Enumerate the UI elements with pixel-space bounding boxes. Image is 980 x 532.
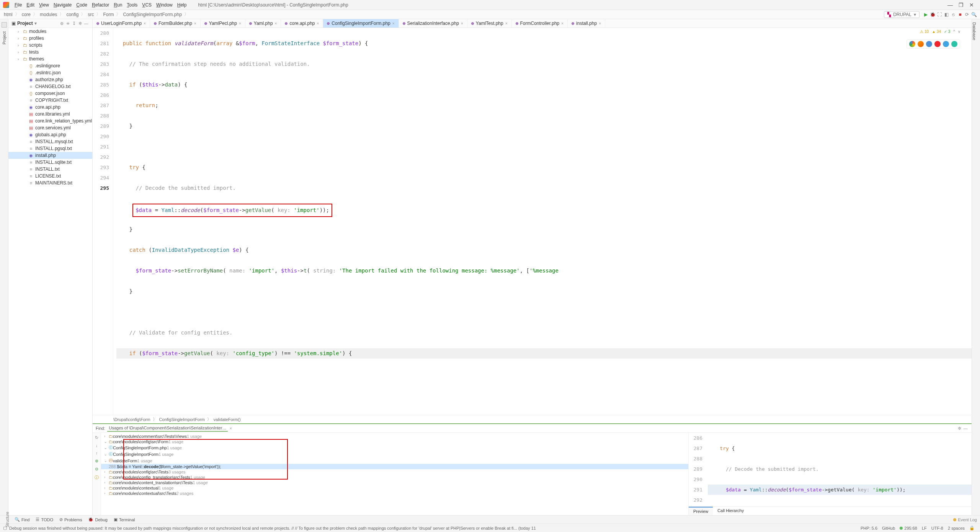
breadcrumb[interactable]: modules xyxy=(39,12,58,17)
close-button[interactable]: ✕ xyxy=(966,2,977,8)
file-node[interactable]: ◉authorize.php xyxy=(8,76,92,83)
attach-icon[interactable]: ⎋ xyxy=(950,12,956,17)
update-icon[interactable]: ⟳ xyxy=(964,12,970,17)
expand-all-icon[interactable]: ⊕ xyxy=(95,459,98,463)
find-settings-icon[interactable]: ✲ xyxy=(956,426,962,431)
file-node[interactable]: ≡CHANGELOG.txt xyxy=(8,83,92,90)
breadcrumb[interactable]: core xyxy=(21,12,31,17)
preview-tab[interactable]: Preview xyxy=(689,507,713,515)
stop-icon[interactable]: ■ xyxy=(957,12,963,17)
breadcrumb[interactable]: Form xyxy=(102,12,114,17)
locate-icon[interactable]: ⊚ xyxy=(59,21,65,26)
project-view-selector[interactable]: Project xyxy=(17,21,33,26)
editor-tab[interactable]: ConfigSingleImportForm.php× xyxy=(323,19,399,28)
file-node[interactable]: ≡INSTALL.sqlite.txt xyxy=(8,159,92,166)
file-node[interactable]: {}composer.json xyxy=(8,90,92,97)
editor-tab[interactable]: UserLoginForm.php× xyxy=(93,19,150,28)
file-node[interactable]: ▤core.libraries.yml xyxy=(8,111,92,117)
file-node[interactable]: ≡MAINTAINERS.txt xyxy=(8,180,92,186)
database-tool-tab[interactable]: Database xyxy=(972,19,977,40)
info-icon[interactable]: ⓘ xyxy=(95,475,99,480)
menu-tools[interactable]: Tools xyxy=(124,2,140,8)
maximize-button[interactable]: ❐ xyxy=(956,2,966,8)
find-tab[interactable]: Usages of \Drupal\Component\Serializatio… xyxy=(107,425,228,432)
menu-run[interactable]: Run xyxy=(111,2,124,8)
breadcrumb[interactable]: ConfigSingleImportForm.php xyxy=(122,12,182,17)
profile-icon[interactable]: ◧ xyxy=(943,12,949,17)
breadcrumb[interactable]: src xyxy=(87,12,95,17)
file-node[interactable]: {}.eslintignore xyxy=(8,62,92,69)
debug-icon[interactable]: 🐞 xyxy=(929,12,936,17)
github-widget[interactable]: GitHub xyxy=(880,526,897,530)
menu-window[interactable]: Window xyxy=(154,2,175,8)
settings-icon[interactable]: ✲ xyxy=(77,21,83,26)
todo-tool-tab[interactable]: ☰ TODO xyxy=(33,517,56,522)
file-node[interactable]: ▤core.link_relation_types.yml xyxy=(8,117,92,124)
project-tool-tab[interactable]: Project xyxy=(2,31,7,44)
file-node[interactable]: {}.eslintrc.json xyxy=(8,69,92,76)
indent[interactable]: 2 spaces xyxy=(946,526,967,530)
terminal-tool-tab[interactable]: ▣ Terminal xyxy=(111,517,138,522)
folder-node[interactable]: ›🗀tests xyxy=(8,49,92,55)
menu-navigate[interactable]: Navigate xyxy=(51,2,74,8)
folder-node[interactable]: ›🗀themes xyxy=(8,55,92,62)
inspection-badges[interactable]: ⚠ 10 ▲ 34 ✓ 3 ^v xyxy=(920,29,960,34)
run-icon[interactable]: ▶ xyxy=(923,12,929,17)
file-node[interactable]: ≡COPYRIGHT.txt xyxy=(8,97,92,104)
breadcrumb[interactable]: config xyxy=(65,12,79,17)
code-crumbs[interactable]: \Drupal\config\Form〉 ConfigSingleImportF… xyxy=(93,415,972,423)
editor-tab[interactable]: FormController.php× xyxy=(512,19,568,28)
problems-tool-tab[interactable]: ⊘ Problems xyxy=(56,517,85,522)
menu-vcs[interactable]: VCS xyxy=(140,2,154,8)
prev-icon[interactable]: ↑ xyxy=(96,451,98,455)
editor-tab[interactable]: Yaml.php× xyxy=(245,19,281,28)
find-tab-close[interactable]: × xyxy=(229,426,232,431)
file-node[interactable]: ◉globals.api.php xyxy=(8,131,92,138)
folder-node[interactable]: ›🗀modules xyxy=(8,28,92,35)
breadcrumb[interactable]: html xyxy=(3,12,13,17)
collapse-all-icon[interactable]: ⊖ xyxy=(95,467,98,472)
menu-code[interactable]: Code xyxy=(74,2,90,8)
editor[interactable]: ⚠ 10 ▲ 34 ✓ 3 ^v 28028128228328428528628… xyxy=(93,28,972,415)
find-hide-icon[interactable]: — xyxy=(962,426,969,431)
expand-icon[interactable]: ≑ xyxy=(65,21,71,26)
menu-file[interactable]: File xyxy=(12,2,24,8)
menu-view[interactable]: View xyxy=(37,2,51,8)
line-sep[interactable]: LF xyxy=(920,526,929,530)
php-version[interactable]: PHP: 5.6 xyxy=(858,526,880,530)
editor-tab[interactable]: install.php× xyxy=(568,19,605,28)
find-result-node[interactable]: ›🗀 core\modules\comment\src\Tests\Views … xyxy=(101,434,688,439)
menu-refactor[interactable]: Refactor xyxy=(90,2,111,8)
file-node[interactable]: ≡INSTALL.pgsql.txt xyxy=(8,145,92,152)
file-node[interactable]: ≡LICENSE.txt xyxy=(8,173,92,180)
coverage-icon[interactable]: ⛶ xyxy=(936,12,942,17)
run-config-selector[interactable]: ▚ DRUPAL ▾ xyxy=(884,11,920,18)
menu-edit[interactable]: Edit xyxy=(24,2,37,8)
event-log-button[interactable]: Event Log xyxy=(953,517,977,522)
folder-node[interactable]: ›🗀profiles xyxy=(8,35,92,42)
find-results-tree[interactable]: ›🗀 core\modules\comment\src\Tests\Views … xyxy=(101,433,688,515)
find-tool-tab[interactable]: 🔍 Find xyxy=(11,517,33,522)
editor-tab[interactable]: SerializationInterface.php× xyxy=(399,19,467,28)
next-icon[interactable]: ↓ xyxy=(96,443,98,448)
open-in-browser[interactable] xyxy=(906,39,960,49)
file-node[interactable]: ≡INSTALL.txt xyxy=(8,166,92,173)
menu-help[interactable]: Help xyxy=(175,2,189,8)
find-result-node[interactable]: ›🗀 core\modules\contextual 1 usage xyxy=(101,485,688,491)
file-node[interactable]: ▤core.services.yml xyxy=(8,124,92,131)
editor-tab[interactable]: core.api.php× xyxy=(281,19,323,28)
folder-node[interactable]: ›🗀scripts xyxy=(8,42,92,49)
search-everywhere-icon[interactable]: 🔍 xyxy=(971,12,977,17)
encoding[interactable]: UTF-8 xyxy=(929,526,946,530)
lock-icon[interactable]: 🔒 xyxy=(967,525,977,530)
collapse-icon[interactable]: ↧ xyxy=(71,21,77,26)
call-hierarchy-tab[interactable]: Call Hierarchy xyxy=(713,507,748,515)
project-tool-icon[interactable] xyxy=(2,22,7,28)
editor-tab[interactable]: YamlTest.php× xyxy=(467,19,512,28)
editor-tab[interactable]: YamlPecl.php× xyxy=(201,19,245,28)
rerun-icon[interactable]: ↻ xyxy=(95,435,98,440)
structure-tab[interactable]: Structure xyxy=(5,512,10,527)
minimize-button[interactable]: — xyxy=(945,2,956,8)
project-tree[interactable]: ›🗀modules›🗀profiles›🗀scripts›🗀tests›🗀the… xyxy=(8,28,92,515)
editor-tab[interactable]: FormBuilder.php× xyxy=(150,19,201,28)
